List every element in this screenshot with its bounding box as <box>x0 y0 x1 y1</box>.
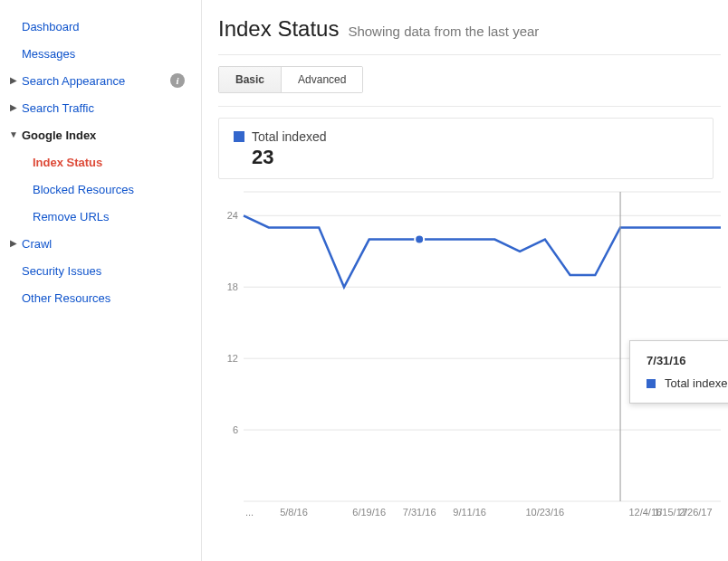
svg-point-20 <box>415 235 424 244</box>
legend-series-value: 23 <box>252 146 698 169</box>
svg-text:12: 12 <box>227 353 238 364</box>
svg-text:9/11/16: 9/11/16 <box>453 507 486 518</box>
svg-text:5/8/16: 5/8/16 <box>280 507 308 518</box>
sidebar-item-messages[interactable]: Messages <box>0 40 201 67</box>
sidebar-item-other-resources[interactable]: Other Resources <box>0 284 201 311</box>
caret-down-icon: ▼ <box>9 130 18 139</box>
divider <box>218 54 721 55</box>
legend-card: Total indexed 23 <box>218 118 714 179</box>
sidebar: Dashboard Messages ▶ Search Appearance i… <box>0 0 202 561</box>
sidebar-item-crawl[interactable]: ▶ Crawl <box>0 230 201 257</box>
svg-text:24: 24 <box>227 210 238 221</box>
info-icon[interactable]: i <box>170 73 185 88</box>
sidebar-item-label: Search Appearance <box>22 74 170 88</box>
sidebar-item-label: Crawl <box>22 237 201 251</box>
tooltip-date: 7/31/16 <box>647 354 728 367</box>
tooltip-series-label: Total indexed: <box>665 376 728 390</box>
title-row: Index Status Showing data from the last … <box>218 16 721 42</box>
sidebar-item-blocked-resources[interactable]: Blocked Resources <box>0 176 201 203</box>
sidebar-item-label: Index Status <box>33 156 201 169</box>
sidebar-item-label: Security Issues <box>22 264 201 278</box>
chart-tooltip: 7/31/16 Total indexed: 22 <box>629 340 728 404</box>
sidebar-item-google-index[interactable]: ▼ Google Index <box>0 121 201 148</box>
chart[interactable]: 6121824...5/8/166/19/167/31/169/11/1610/… <box>218 188 721 523</box>
tab-basic[interactable]: Basic <box>219 67 282 92</box>
svg-text:2/26/17: 2/26/17 <box>679 507 713 518</box>
legend-swatch-icon <box>234 131 244 142</box>
sidebar-item-search-appearance[interactable]: ▶ Search Appearance i <box>0 67 201 94</box>
svg-text:7/31/16: 7/31/16 <box>403 507 436 518</box>
caret-right-icon: ▶ <box>9 103 18 112</box>
tooltip-swatch-icon <box>647 379 656 388</box>
caret-right-icon: ▶ <box>9 239 18 248</box>
sidebar-item-label: Search Traffic <box>22 101 201 115</box>
svg-text:6: 6 <box>233 424 238 435</box>
svg-text:18: 18 <box>227 281 238 292</box>
sidebar-item-label: Dashboard <box>22 20 201 33</box>
page-title: Index Status <box>218 16 339 42</box>
sidebar-item-label: Messages <box>22 47 201 61</box>
app-root: Dashboard Messages ▶ Search Appearance i… <box>0 0 728 561</box>
page-subtitle: Showing data from the last year <box>348 24 539 39</box>
svg-text:6/19/16: 6/19/16 <box>352 507 386 518</box>
view-tabs: Basic Advanced <box>218 66 363 93</box>
sidebar-item-label: Blocked Resources <box>33 183 201 196</box>
sidebar-item-security-issues[interactable]: Security Issues <box>0 257 201 284</box>
sidebar-item-label: Google Index <box>22 128 201 142</box>
sidebar-item-label: Other Resources <box>22 291 201 305</box>
sidebar-item-index-status[interactable]: Index Status <box>0 148 201 176</box>
legend-series-label: Total indexed <box>252 129 327 144</box>
divider <box>218 106 721 107</box>
sidebar-item-label: Remove URLs <box>33 210 201 223</box>
tab-advanced[interactable]: Advanced <box>282 67 362 92</box>
sidebar-item-remove-urls[interactable]: Remove URLs <box>0 203 201 230</box>
caret-right-icon: ▶ <box>9 76 18 85</box>
main-content: Index Status Showing data from the last … <box>202 0 728 561</box>
sidebar-item-dashboard[interactable]: Dashboard <box>0 13 201 40</box>
svg-text:10/23/16: 10/23/16 <box>525 507 564 518</box>
svg-text:...: ... <box>245 507 254 518</box>
sidebar-item-search-traffic[interactable]: ▶ Search Traffic <box>0 94 201 121</box>
